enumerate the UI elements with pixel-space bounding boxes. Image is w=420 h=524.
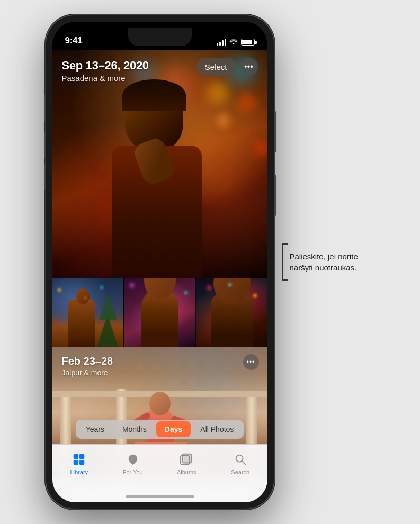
hero-buttons: Select •••	[196, 58, 258, 76]
segment-inner: Years Months Days All Photos	[76, 420, 244, 439]
annotation: Palieskite, jei norite naršyti nuotrauka…	[282, 243, 374, 281]
battery-icon	[241, 39, 255, 46]
more-options-button[interactable]: •••	[240, 58, 258, 76]
tab-library[interactable]: Library	[52, 450, 106, 475]
thumbnail-3[interactable]	[196, 278, 267, 347]
tab-albums-label: Albums	[177, 469, 196, 475]
tab-library-label: Library	[70, 469, 88, 475]
svg-rect-0	[74, 454, 78, 459]
home-indicator	[126, 495, 194, 498]
thumbnail-2[interactable]	[124, 278, 195, 347]
tab-for-you-label: For You	[123, 469, 143, 475]
scene: 9:41	[46, 15, 374, 509]
notch	[128, 28, 192, 46]
phone-wrapper: 9:41	[46, 15, 274, 509]
hero-section: Sep 13–26, 2020 Pasadena & more Select •…	[52, 50, 267, 278]
annotation-bracket: Palieskite, jei norite naršyti nuotrauka…	[282, 243, 374, 281]
segment-all-photos[interactable]: All Photos	[192, 421, 242, 437]
segment-years[interactable]: Years	[77, 421, 113, 437]
tab-search-label: Search	[231, 469, 249, 475]
select-button[interactable]: Select	[196, 58, 236, 76]
status-icons	[217, 38, 255, 46]
album-date: Feb 23–28	[62, 355, 113, 367]
hero-overlay	[52, 50, 267, 278]
tab-albums[interactable]: Albums	[160, 450, 214, 475]
ellipsis-icon: •••	[244, 62, 253, 71]
tab-search[interactable]: Search	[213, 450, 267, 475]
status-time: 9:41	[65, 35, 83, 46]
tab-for-you[interactable]: For You	[106, 450, 160, 475]
albums-icon	[179, 452, 194, 467]
album-more-button[interactable]: •••	[243, 354, 259, 370]
thumbnail-1[interactable]	[52, 278, 123, 347]
library-icon	[72, 452, 86, 467]
segment-control: Years Months Days All Photos	[52, 420, 267, 439]
svg-rect-2	[74, 460, 78, 465]
album-ellipsis-icon: •••	[247, 358, 255, 366]
phone-screen: 9:41	[52, 22, 267, 502]
album-location: Jaipur & more	[62, 368, 113, 377]
segment-days[interactable]: Days	[156, 421, 191, 437]
bracket-line	[282, 243, 283, 281]
svg-rect-3	[79, 460, 84, 465]
svg-rect-1	[79, 454, 84, 459]
segment-months[interactable]: Months	[114, 421, 155, 437]
wifi-icon	[229, 38, 238, 46]
annotation-text: Palieskite, jei norite naršyti nuotrauka…	[290, 251, 374, 273]
svg-line-8	[242, 461, 245, 464]
search-tab-icon	[233, 452, 248, 467]
signal-icon	[217, 39, 226, 46]
album-info: Feb 23–28 Jaipur & more	[62, 355, 113, 377]
tab-bar: Library For You	[52, 444, 267, 502]
content-area: Sep 13–26, 2020 Pasadena & more Select •…	[52, 50, 267, 502]
svg-rect-6	[184, 456, 192, 464]
thumbnail-strip	[52, 278, 267, 347]
for-you-icon	[126, 452, 140, 467]
